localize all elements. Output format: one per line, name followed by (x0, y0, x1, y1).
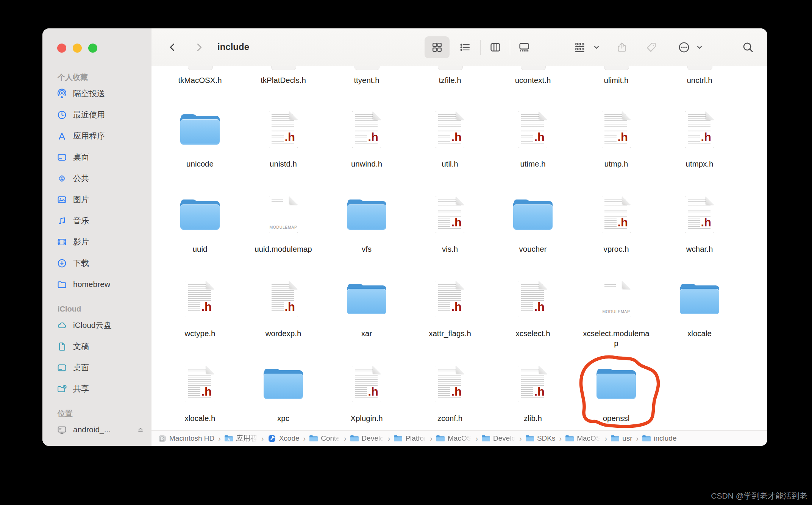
sidebar-item-public[interactable]: 公共 (42, 168, 151, 189)
file-zconf.h[interactable]: .hzconf.h (408, 366, 492, 423)
doc-icon (57, 341, 67, 352)
file-ulimit.h[interactable]: ulimit.h (575, 75, 658, 85)
file-tkMacOSX.h[interactable]: tkMacOSX.h (158, 75, 242, 85)
breadcrumb-usr[interactable]: usr (611, 434, 632, 443)
close-button[interactable] (57, 44, 66, 53)
share-button[interactable] (616, 41, 628, 53)
file-label: unwind.h (333, 159, 400, 169)
view-icons-button[interactable] (431, 41, 443, 53)
file-vis.h[interactable]: .hvis.h (408, 196, 492, 254)
search-button[interactable] (742, 41, 754, 53)
file-vproc.h[interactable]: .hvproc.h (575, 196, 658, 254)
sidebar-item-pictures[interactable]: 图片 (42, 189, 151, 210)
file-xcselect.h[interactable]: .hxcselect.h (491, 281, 575, 338)
breadcrumb-develo[interactable]: Develo (481, 434, 515, 443)
file-label: xcselect.h (499, 329, 567, 338)
forward-button[interactable] (194, 42, 205, 53)
breadcrumb-platfor[interactable]: Platfor (394, 434, 426, 443)
file-vfs[interactable]: vfs (325, 196, 408, 254)
file-label: utmp.h (582, 159, 650, 169)
group-chevron[interactable] (593, 44, 600, 51)
file-xattr_flags.h[interactable]: .hxattr_flags.h (408, 281, 492, 338)
tag-button[interactable] (645, 41, 657, 53)
breadcrumb-conte[interactable]: Conte (309, 434, 340, 443)
zoom-button[interactable] (88, 44, 97, 53)
file-unctrl.h[interactable]: unctrl.h (658, 75, 741, 85)
file-wordexp.h[interactable]: .hwordexp.h (242, 281, 325, 338)
breadcrumb-macos[interactable]: MacOS (436, 434, 472, 443)
sidebar-item-clock[interactable]: 最近使用 (42, 104, 151, 125)
file-uuid[interactable]: uuid (158, 196, 242, 254)
header-file-icon: .h (518, 111, 547, 148)
view-columns-button[interactable] (489, 41, 501, 53)
file-xlocale.h[interactable]: .hxlocale.h (158, 366, 242, 423)
sidebar-item-icloud[interactable]: iCloud云盘 (42, 315, 151, 336)
breadcrumb-xcode[interactable]: Xcode (267, 434, 300, 443)
file-ttyent.h[interactable]: ttyent.h (325, 75, 408, 85)
file-xlocale[interactable]: xlocale (658, 281, 741, 338)
file-unicode[interactable]: unicode (158, 111, 242, 169)
group-button[interactable] (574, 41, 586, 53)
sidebar-item-folder[interactable]: homebrew (42, 274, 151, 295)
airdrop-icon (57, 89, 67, 99)
view-gallery-button[interactable] (518, 41, 530, 53)
sidebar-item-appstore[interactable]: 应用程序 (42, 125, 151, 147)
breadcrumb-label: MacOS (577, 434, 601, 443)
breadcrumb-sdks[interactable]: SDKs (525, 434, 556, 443)
minimize-button[interactable] (73, 44, 82, 53)
file-wctype.h[interactable]: .hwctype.h (158, 281, 242, 338)
file-label: tkPlatDecls.h (250, 75, 317, 85)
file-label: tzfile.h (416, 75, 484, 85)
breadcrumb-label: Macintosh HD (169, 434, 214, 443)
file-utime.h[interactable]: .hutime.h (491, 111, 575, 169)
breadcrumb-item[interactable]: A应用程 (224, 433, 258, 443)
breadcrumb-macintoshhd[interactable]: Macintosh HD (158, 434, 214, 443)
file-tkPlatDecls.h[interactable]: tkPlatDecls.h (242, 75, 325, 85)
file-utmp.h[interactable]: .hutmp.h (575, 111, 658, 169)
file-util.h[interactable]: .hutil.h (408, 111, 492, 169)
more-chevron[interactable] (696, 44, 703, 51)
downloads-icon (57, 258, 67, 268)
file-uuid.modulemap[interactable]: MODULEMAPuuid.modulemap (242, 196, 325, 254)
header-file-icon: .h (436, 111, 464, 148)
sidebar-item-desktop[interactable]: 桌面 (42, 147, 151, 168)
breadcrumb-include[interactable]: include (642, 434, 676, 443)
breadcrumb-develo[interactable]: Develo (350, 434, 384, 443)
file-label: wchar.h (666, 244, 733, 254)
file-wchar.h[interactable]: .hwchar.h (658, 196, 741, 254)
window-title: include (217, 42, 249, 52)
file-tzfile.h[interactable]: tzfile.h (408, 75, 492, 85)
sidebar-item-movies[interactable]: 影片 (42, 231, 151, 252)
breadcrumb-macos[interactable]: MacOS (565, 434, 601, 443)
file-voucher[interactable]: voucher (491, 196, 575, 254)
file-unistd.h[interactable]: .hunistd.h (242, 111, 325, 169)
eject-icon[interactable] (136, 426, 145, 434)
file-openssl[interactable]: openssl (575, 366, 658, 423)
sidebar-item-downloads[interactable]: 下载 (42, 252, 151, 274)
sidebar-item-shared[interactable]: 共享 (42, 378, 151, 399)
sidebar-item-music[interactable]: 音乐 (42, 210, 151, 231)
file-xcselect.modulemap[interactable]: MODULEMAPxcselect.modulemap (575, 281, 658, 348)
header-file-icon: .h (436, 281, 464, 317)
sidebar-item-doc[interactable]: 文稿 (42, 336, 151, 357)
sidebar-item-desktop[interactable]: 桌面 (42, 357, 151, 378)
view-list-button[interactable] (459, 41, 471, 53)
file-xpc[interactable]: xpc (242, 366, 325, 423)
file-zlib.h[interactable]: .hzlib.h (491, 366, 575, 423)
search-icon (742, 41, 754, 53)
file-Xplugin.h[interactable]: .hXplugin.h (325, 366, 408, 423)
sidebar-item-display[interactable]: android_... (42, 419, 151, 440)
file-label: unistd.h (250, 159, 317, 169)
more-button[interactable] (678, 41, 690, 54)
folder-icon (350, 435, 359, 443)
file-unwind.h[interactable]: .hunwind.h (325, 111, 408, 169)
sidebar-item-label: 桌面 (73, 362, 89, 373)
sidebar-item-airdrop[interactable]: 隔空投送 (42, 83, 151, 104)
file-xar[interactable]: xar (325, 281, 408, 338)
back-button[interactable] (167, 42, 178, 53)
folder-icon (565, 435, 574, 443)
chevron-down-icon (593, 44, 600, 51)
file-utmpx.h[interactable]: .hutmpx.h (658, 111, 741, 169)
file-ucontext.h[interactable]: ucontext.h (491, 75, 575, 85)
sidebar-section-favorites: 个人收藏 (42, 72, 151, 83)
